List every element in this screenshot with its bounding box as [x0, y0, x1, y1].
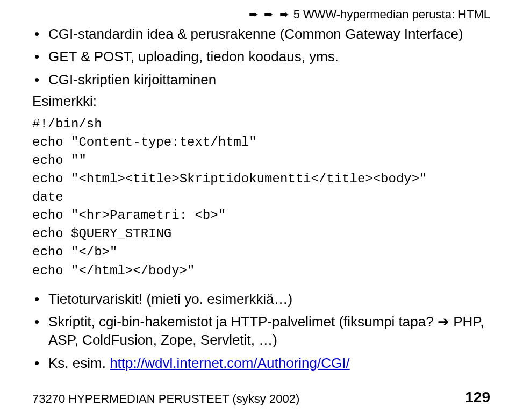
list-item: GET & POST, uploading, tiedon koodaus, y…: [32, 47, 490, 66]
page-footer: 73270 HYPERMEDIAN PERUSTEET (syksy 2002)…: [32, 389, 490, 406]
breadcrumb-text: 5 WWW-hypermedian perusta: HTML: [290, 8, 490, 21]
list-item: CGI-standardin idea & perusrakenne (Comm…: [32, 25, 490, 43]
arrow-icon: ➨ ➨ ➨: [249, 8, 290, 21]
bullet-list-bottom: Tietoturvariskit! (mieti yo. esimerkkiä……: [32, 290, 490, 372]
list-item: Tietoturvariskit! (mieti yo. esimerkkiä……: [32, 290, 490, 308]
code-block: #!/bin/sh echo "Content-type:text/html" …: [32, 115, 490, 280]
external-link[interactable]: http://wdvl.internet.com/Authoring/CGI/: [110, 355, 350, 371]
breadcrumb: ➨ ➨ ➨ 5 WWW-hypermedian perusta: HTML: [32, 8, 490, 22]
footer-left: 73270 HYPERMEDIAN PERUSTEET (syksy 2002): [32, 392, 299, 406]
list-item: CGI-skriptien kirjoittaminen: [32, 70, 490, 89]
list-item: Skriptit, cgi-bin-hakemistot ja HTTP-pal…: [32, 312, 490, 350]
list-item: Ks. esim. http://wdvl.internet.com/Autho…: [32, 354, 490, 372]
list-item-text: Skriptit, cgi-bin-hakemistot ja HTTP-pal…: [48, 314, 438, 330]
list-item-text: Ks. esim.: [48, 355, 110, 371]
example-label: Esimerkki:: [32, 93, 490, 110]
document-page: ➨ ➨ ➨ 5 WWW-hypermedian perusta: HTML CG…: [0, 0, 516, 420]
page-number: 129: [465, 389, 490, 406]
arrow-right-icon: ➔: [438, 314, 449, 330]
bullet-list-top: CGI-standardin idea & perusrakenne (Comm…: [32, 25, 490, 89]
